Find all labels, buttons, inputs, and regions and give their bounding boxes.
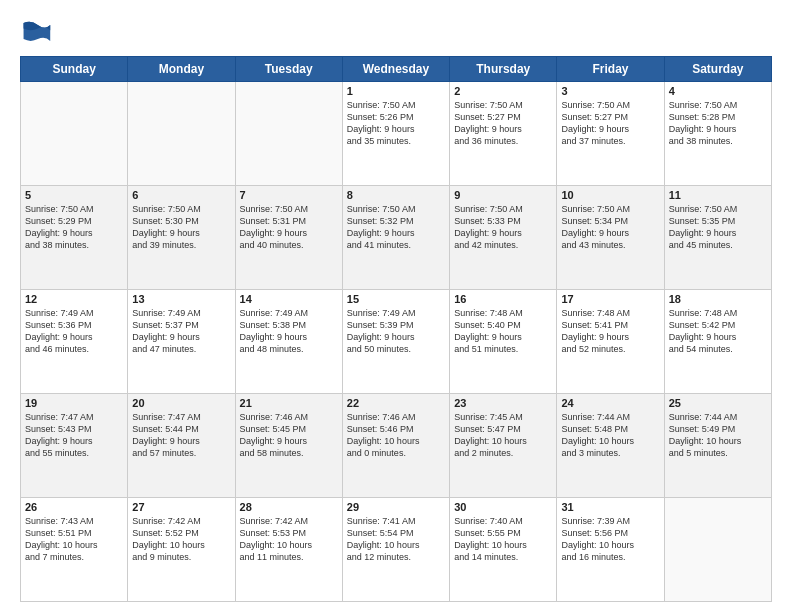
calendar-cell: 2Sunrise: 7:50 AM Sunset: 5:27 PM Daylig… <box>450 82 557 186</box>
day-number: 10 <box>561 189 659 201</box>
cell-text: Sunrise: 7:50 AM Sunset: 5:28 PM Dayligh… <box>669 99 767 148</box>
calendar-cell: 7Sunrise: 7:50 AM Sunset: 5:31 PM Daylig… <box>235 186 342 290</box>
cell-text: Sunrise: 7:50 AM Sunset: 5:29 PM Dayligh… <box>25 203 123 252</box>
calendar-cell: 12Sunrise: 7:49 AM Sunset: 5:36 PM Dayli… <box>21 290 128 394</box>
calendar-cell: 19Sunrise: 7:47 AM Sunset: 5:43 PM Dayli… <box>21 394 128 498</box>
calendar-cell: 22Sunrise: 7:46 AM Sunset: 5:46 PM Dayli… <box>342 394 449 498</box>
calendar-cell: 8Sunrise: 7:50 AM Sunset: 5:32 PM Daylig… <box>342 186 449 290</box>
cell-text: Sunrise: 7:50 AM Sunset: 5:31 PM Dayligh… <box>240 203 338 252</box>
calendar-cell: 14Sunrise: 7:49 AM Sunset: 5:38 PM Dayli… <box>235 290 342 394</box>
col-tuesday: Tuesday <box>235 57 342 82</box>
calendar-cell: 1Sunrise: 7:50 AM Sunset: 5:26 PM Daylig… <box>342 82 449 186</box>
calendar-cell: 15Sunrise: 7:49 AM Sunset: 5:39 PM Dayli… <box>342 290 449 394</box>
day-number: 4 <box>669 85 767 97</box>
day-number: 24 <box>561 397 659 409</box>
cell-text: Sunrise: 7:49 AM Sunset: 5:37 PM Dayligh… <box>132 307 230 356</box>
calendar-cell: 31Sunrise: 7:39 AM Sunset: 5:56 PM Dayli… <box>557 498 664 602</box>
day-number: 21 <box>240 397 338 409</box>
day-number: 13 <box>132 293 230 305</box>
cell-text: Sunrise: 7:39 AM Sunset: 5:56 PM Dayligh… <box>561 515 659 564</box>
col-monday: Monday <box>128 57 235 82</box>
calendar-cell: 17Sunrise: 7:48 AM Sunset: 5:41 PM Dayli… <box>557 290 664 394</box>
day-number: 31 <box>561 501 659 513</box>
calendar-cell: 29Sunrise: 7:41 AM Sunset: 5:54 PM Dayli… <box>342 498 449 602</box>
cell-text: Sunrise: 7:50 AM Sunset: 5:30 PM Dayligh… <box>132 203 230 252</box>
day-number: 15 <box>347 293 445 305</box>
calendar-cell: 25Sunrise: 7:44 AM Sunset: 5:49 PM Dayli… <box>664 394 771 498</box>
calendar-cell <box>235 82 342 186</box>
day-number: 1 <box>347 85 445 97</box>
calendar-cell: 26Sunrise: 7:43 AM Sunset: 5:51 PM Dayli… <box>21 498 128 602</box>
day-number: 2 <box>454 85 552 97</box>
calendar-cell: 13Sunrise: 7:49 AM Sunset: 5:37 PM Dayli… <box>128 290 235 394</box>
calendar-week-1: 1Sunrise: 7:50 AM Sunset: 5:26 PM Daylig… <box>21 82 772 186</box>
calendar-cell: 4Sunrise: 7:50 AM Sunset: 5:28 PM Daylig… <box>664 82 771 186</box>
logo <box>20 16 56 48</box>
calendar-cell <box>664 498 771 602</box>
cell-text: Sunrise: 7:47 AM Sunset: 5:43 PM Dayligh… <box>25 411 123 460</box>
day-number: 14 <box>240 293 338 305</box>
cell-text: Sunrise: 7:49 AM Sunset: 5:36 PM Dayligh… <box>25 307 123 356</box>
col-thursday: Thursday <box>450 57 557 82</box>
cell-text: Sunrise: 7:42 AM Sunset: 5:53 PM Dayligh… <box>240 515 338 564</box>
cell-text: Sunrise: 7:50 AM Sunset: 5:26 PM Dayligh… <box>347 99 445 148</box>
col-sunday: Sunday <box>21 57 128 82</box>
day-number: 30 <box>454 501 552 513</box>
day-number: 19 <box>25 397 123 409</box>
cell-text: Sunrise: 7:50 AM Sunset: 5:32 PM Dayligh… <box>347 203 445 252</box>
calendar-header-row: Sunday Monday Tuesday Wednesday Thursday… <box>21 57 772 82</box>
day-number: 5 <box>25 189 123 201</box>
calendar-cell: 20Sunrise: 7:47 AM Sunset: 5:44 PM Dayli… <box>128 394 235 498</box>
calendar-cell: 16Sunrise: 7:48 AM Sunset: 5:40 PM Dayli… <box>450 290 557 394</box>
calendar-week-3: 12Sunrise: 7:49 AM Sunset: 5:36 PM Dayli… <box>21 290 772 394</box>
col-friday: Friday <box>557 57 664 82</box>
calendar-week-2: 5Sunrise: 7:50 AM Sunset: 5:29 PM Daylig… <box>21 186 772 290</box>
calendar-cell: 23Sunrise: 7:45 AM Sunset: 5:47 PM Dayli… <box>450 394 557 498</box>
cell-text: Sunrise: 7:44 AM Sunset: 5:49 PM Dayligh… <box>669 411 767 460</box>
day-number: 29 <box>347 501 445 513</box>
calendar-cell: 10Sunrise: 7:50 AM Sunset: 5:34 PM Dayli… <box>557 186 664 290</box>
col-saturday: Saturday <box>664 57 771 82</box>
day-number: 28 <box>240 501 338 513</box>
cell-text: Sunrise: 7:50 AM Sunset: 5:35 PM Dayligh… <box>669 203 767 252</box>
day-number: 6 <box>132 189 230 201</box>
calendar-cell: 6Sunrise: 7:50 AM Sunset: 5:30 PM Daylig… <box>128 186 235 290</box>
day-number: 7 <box>240 189 338 201</box>
cell-text: Sunrise: 7:42 AM Sunset: 5:52 PM Dayligh… <box>132 515 230 564</box>
day-number: 12 <box>25 293 123 305</box>
calendar-week-4: 19Sunrise: 7:47 AM Sunset: 5:43 PM Dayli… <box>21 394 772 498</box>
day-number: 17 <box>561 293 659 305</box>
cell-text: Sunrise: 7:47 AM Sunset: 5:44 PM Dayligh… <box>132 411 230 460</box>
day-number: 25 <box>669 397 767 409</box>
cell-text: Sunrise: 7:44 AM Sunset: 5:48 PM Dayligh… <box>561 411 659 460</box>
cell-text: Sunrise: 7:49 AM Sunset: 5:38 PM Dayligh… <box>240 307 338 356</box>
cell-text: Sunrise: 7:50 AM Sunset: 5:33 PM Dayligh… <box>454 203 552 252</box>
calendar-cell <box>21 82 128 186</box>
calendar-cell: 9Sunrise: 7:50 AM Sunset: 5:33 PM Daylig… <box>450 186 557 290</box>
cell-text: Sunrise: 7:46 AM Sunset: 5:45 PM Dayligh… <box>240 411 338 460</box>
day-number: 18 <box>669 293 767 305</box>
day-number: 20 <box>132 397 230 409</box>
day-number: 11 <box>669 189 767 201</box>
calendar-cell: 24Sunrise: 7:44 AM Sunset: 5:48 PM Dayli… <box>557 394 664 498</box>
cell-text: Sunrise: 7:50 AM Sunset: 5:27 PM Dayligh… <box>454 99 552 148</box>
day-number: 22 <box>347 397 445 409</box>
calendar-cell: 3Sunrise: 7:50 AM Sunset: 5:27 PM Daylig… <box>557 82 664 186</box>
calendar-cell: 11Sunrise: 7:50 AM Sunset: 5:35 PM Dayli… <box>664 186 771 290</box>
cell-text: Sunrise: 7:49 AM Sunset: 5:39 PM Dayligh… <box>347 307 445 356</box>
cell-text: Sunrise: 7:41 AM Sunset: 5:54 PM Dayligh… <box>347 515 445 564</box>
calendar-cell: 18Sunrise: 7:48 AM Sunset: 5:42 PM Dayli… <box>664 290 771 394</box>
day-number: 26 <box>25 501 123 513</box>
logo-icon <box>20 16 52 48</box>
calendar-cell: 28Sunrise: 7:42 AM Sunset: 5:53 PM Dayli… <box>235 498 342 602</box>
day-number: 9 <box>454 189 552 201</box>
calendar-cell: 30Sunrise: 7:40 AM Sunset: 5:55 PM Dayli… <box>450 498 557 602</box>
day-number: 16 <box>454 293 552 305</box>
calendar-week-5: 26Sunrise: 7:43 AM Sunset: 5:51 PM Dayli… <box>21 498 772 602</box>
day-number: 8 <box>347 189 445 201</box>
calendar-cell: 5Sunrise: 7:50 AM Sunset: 5:29 PM Daylig… <box>21 186 128 290</box>
day-number: 23 <box>454 397 552 409</box>
cell-text: Sunrise: 7:48 AM Sunset: 5:42 PM Dayligh… <box>669 307 767 356</box>
cell-text: Sunrise: 7:50 AM Sunset: 5:34 PM Dayligh… <box>561 203 659 252</box>
cell-text: Sunrise: 7:43 AM Sunset: 5:51 PM Dayligh… <box>25 515 123 564</box>
